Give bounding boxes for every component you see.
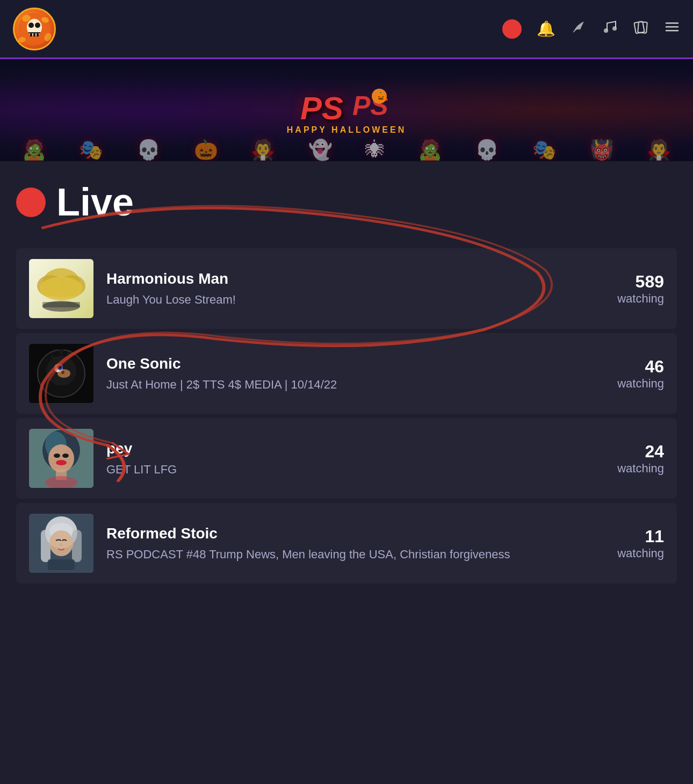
- music-icon[interactable]: [602, 19, 618, 39]
- streamer-name: Reformed Stoic: [106, 524, 592, 543]
- streamer-name: Harmonious Man: [106, 270, 592, 288]
- navbar: 🔔: [0, 0, 693, 59]
- stream-viewers: 24 watching: [605, 442, 664, 476]
- viewer-count: 11: [605, 527, 664, 546]
- viewer-label: watching: [617, 377, 664, 390]
- stream-thumbnail: [29, 429, 93, 488]
- banner-skull-logo: PS 🎃: [350, 85, 393, 128]
- svg-point-46: [56, 460, 67, 465]
- menu-icon[interactable]: [664, 19, 680, 39]
- stream-item[interactable]: Harmonious Man Laugh You Lose Stream! 58…: [16, 248, 677, 329]
- character-4: 🎃: [194, 139, 218, 161]
- stream-item[interactable]: pey GET LIT LFG 24 watching: [16, 418, 677, 499]
- viewer-count: 24: [605, 442, 664, 462]
- svg-rect-10: [37, 33, 39, 37]
- stream-info: pey GET LIT LFG: [106, 440, 592, 477]
- svg-rect-51: [41, 530, 50, 562]
- svg-rect-9: [33, 33, 35, 37]
- svg-point-26: [40, 277, 83, 300]
- svg-point-54: [49, 530, 73, 556]
- svg-point-44: [54, 454, 60, 458]
- svg-rect-15: [634, 21, 644, 33]
- streamer-name: pey: [106, 440, 592, 458]
- banner-logo: PS: [300, 90, 343, 127]
- banner-subtitle: Happy Halloween: [287, 125, 406, 135]
- character-9: 💀: [475, 139, 499, 161]
- stream-thumbnail: [29, 344, 93, 403]
- feather-icon[interactable]: [571, 19, 587, 39]
- character-11: 👹: [590, 139, 614, 161]
- character-3: 💀: [136, 139, 161, 161]
- character-5: 🧛: [251, 139, 275, 161]
- character-6: 👻: [308, 139, 333, 161]
- character-7: 🕷: [365, 139, 385, 161]
- stream-info: Harmonious Man Laugh You Lose Stream!: [106, 270, 592, 307]
- viewer-count: 589: [605, 272, 664, 292]
- svg-point-14: [612, 26, 617, 31]
- svg-rect-52: [72, 530, 82, 562]
- character-12: 🧛: [647, 139, 671, 161]
- stream-item[interactable]: Reformed Stoic RS PODCAST #48 Trump News…: [16, 503, 677, 584]
- live-indicator-icon[interactable]: [502, 19, 522, 39]
- svg-rect-56: [48, 559, 75, 570]
- halloween-banner: 🧟 🎭 💀 🎃 🧛 👻 🕷 🧟 💀 🎭 👹 🧛 PS PS 🎃: [0, 59, 693, 161]
- banner-center: PS PS 🎃 Happy Halloween: [287, 85, 406, 135]
- site-logo[interactable]: [13, 8, 56, 51]
- svg-point-7: [35, 23, 40, 28]
- svg-point-39: [61, 371, 64, 374]
- svg-rect-8: [30, 33, 32, 37]
- stream-thumbnail: [29, 259, 93, 318]
- live-section-title: Live: [56, 183, 134, 221]
- character-8: 🧟: [418, 139, 442, 161]
- nav-icons: 🔔: [502, 19, 680, 39]
- stream-title: Just At Home | 2$ TTS 4$ MEDIA | 10/14/2…: [106, 377, 592, 393]
- stream-info: One Sonic Just At Home | 2$ TTS 4$ MEDIA…: [106, 355, 592, 392]
- stream-title: Laugh You Lose Stream!: [106, 292, 592, 308]
- svg-point-37: [58, 365, 61, 369]
- svg-point-45: [62, 454, 69, 458]
- viewer-label: watching: [617, 462, 664, 475]
- live-dot-icon: [16, 188, 46, 217]
- cards-icon[interactable]: [633, 19, 649, 39]
- stream-title: RS PODCAST #48 Trump News, Men leaving t…: [106, 547, 592, 563]
- svg-point-13: [604, 28, 608, 33]
- stream-viewers: 589 watching: [605, 272, 664, 306]
- viewer-label: watching: [617, 292, 664, 305]
- stream-list: Harmonious Man Laugh You Lose Stream! 58…: [16, 248, 677, 584]
- svg-text:🎃: 🎃: [376, 91, 386, 102]
- stream-info: Reformed Stoic RS PODCAST #48 Trump News…: [106, 524, 592, 562]
- svg-rect-28: [42, 302, 80, 307]
- character-2: 🎭: [79, 139, 103, 161]
- main-content: Live Harmonious Man Laugh You Lose S: [0, 161, 693, 605]
- stream-viewers: 46 watching: [605, 357, 664, 391]
- stream-viewers: 11 watching: [605, 527, 664, 560]
- stream-item[interactable]: One Sonic Just At Home | 2$ TTS 4$ MEDIA…: [16, 333, 677, 414]
- svg-point-55: [60, 544, 63, 546]
- stream-title: GET LIT LFG: [106, 462, 592, 478]
- logo-container[interactable]: [13, 8, 56, 51]
- svg-point-43: [48, 444, 74, 472]
- svg-point-6: [28, 23, 34, 28]
- character-10: 🎭: [532, 139, 557, 161]
- viewer-label: watching: [617, 546, 664, 560]
- notifications-icon[interactable]: 🔔: [537, 20, 555, 38]
- live-header: Live: [16, 183, 677, 221]
- viewer-count: 46: [605, 357, 664, 377]
- streamer-name: One Sonic: [106, 355, 592, 373]
- stream-thumbnail: [29, 514, 93, 573]
- character-1: 🧟: [22, 139, 46, 161]
